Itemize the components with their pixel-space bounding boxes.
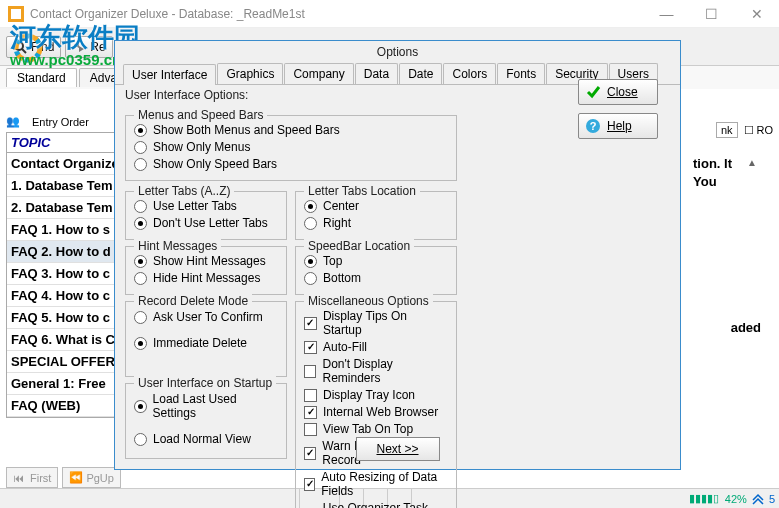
radio-hide-hint[interactable]: Hide Hint Messages (134, 271, 278, 285)
check-task-list[interactable]: Use Organizer Task List (304, 501, 448, 508)
legend-misc: Miscellaneous Options (304, 294, 433, 308)
radio-top[interactable]: Top (304, 254, 448, 268)
minimize-button[interactable]: — (644, 0, 689, 28)
check-tray-icon[interactable]: Display Tray Icon (304, 388, 448, 402)
tab-standard[interactable]: Standard (6, 68, 77, 87)
tab-colors[interactable]: Colors (443, 63, 496, 84)
legend-letter-loc: Letter Tabs Location (304, 184, 420, 198)
check-icon (585, 84, 601, 100)
entry-order-label: Entry Order (32, 116, 89, 128)
radio-show-hint[interactable]: Show Hint Messages (134, 254, 278, 268)
window-titlebar: Contact Organizer Deluxe - Database: _Re… (0, 0, 779, 28)
check-tips-startup[interactable]: Display Tips On Startup (304, 309, 448, 337)
tab-company[interactable]: Company (284, 63, 353, 84)
help-dialog-button[interactable]: ? Help (578, 113, 658, 139)
fieldset-speedbar-loc: SpeedBar Location Top Bottom (295, 246, 457, 295)
nk-label: nk (716, 122, 738, 138)
window-title: Contact Organizer Deluxe - Database: _Re… (30, 7, 305, 21)
pgup-icon: ⏪ (69, 471, 83, 484)
dialog-title: Options (115, 41, 680, 63)
radio-use-letter-tabs[interactable]: Use Letter Tabs (134, 199, 278, 213)
tab-date[interactable]: Date (399, 63, 442, 84)
pgup-button[interactable]: ⏪ PgUp (62, 467, 121, 488)
first-icon: ⏮ (13, 472, 27, 484)
radio-immediate-delete[interactable]: Immediate Delete (134, 336, 278, 350)
tab-user-interface[interactable]: User Interface (123, 64, 216, 85)
maximize-button[interactable]: ☐ (689, 0, 734, 28)
scroll-up-icon[interactable]: ▲ (747, 157, 761, 168)
check-dont-reminders[interactable]: Don't Display Reminders (304, 357, 448, 385)
radio-ask-confirm[interactable]: Ask User To Confirm (134, 310, 278, 324)
tab-data[interactable]: Data (355, 63, 398, 84)
expand-icon[interactable] (751, 492, 765, 506)
legend-delete: Record Delete Mode (134, 294, 252, 308)
battery-icon: ▮▮▮▮▯ (689, 492, 719, 505)
fieldset-letter-tabs: Letter Tabs (A..Z) Use Letter Tabs Don't… (125, 191, 287, 240)
radio-dont-use-letter-tabs[interactable]: Don't Use Letter Tabs (134, 216, 278, 230)
svg-rect-1 (11, 9, 21, 19)
check-internal-browser[interactable]: Internal Web Browser (304, 405, 448, 419)
options-dialog: Options User Interface Graphics Company … (114, 40, 681, 470)
app-icon (8, 6, 24, 22)
radio-right[interactable]: Right (304, 216, 448, 230)
tab-fonts[interactable]: Fonts (497, 63, 545, 84)
radio-show-speedbars[interactable]: Show Only Speed Bars (134, 157, 448, 171)
fieldset-menus: Menus and Speed Bars Show Both Menus and… (125, 115, 457, 181)
close-dialog-button[interactable]: Close (578, 79, 658, 105)
legend-startup: User Interface on Startup (134, 376, 276, 390)
nk-control: nk ☐ RO (716, 122, 773, 138)
fieldset-hint: Hint Messages Show Hint Messages Hide Hi… (125, 246, 287, 295)
size-indicator: 5 (769, 493, 775, 505)
svg-text:?: ? (590, 120, 597, 132)
check-auto-resize[interactable]: Auto Resizing of Data Fields (304, 470, 448, 498)
legend-menus: Menus and Speed Bars (134, 108, 267, 122)
fieldset-misc: Miscellaneous Options Display Tips On St… (295, 301, 457, 508)
content-snippet-2: aded (731, 320, 761, 335)
check-view-tab-top[interactable]: View Tab On Top (304, 422, 448, 436)
check-autofill[interactable]: Auto-Fill (304, 340, 448, 354)
radio-bottom[interactable]: Bottom (304, 271, 448, 285)
replace-button[interactable]: Re (65, 36, 112, 58)
radio-show-both[interactable]: Show Both Menus and Speed Bars (134, 123, 448, 137)
ro-label: RO (757, 124, 774, 136)
replace-icon (72, 40, 86, 54)
first-button[interactable]: ⏮ First (6, 467, 58, 488)
record-nav-bar: ⏮ First ⏪ PgUp (6, 467, 125, 488)
radio-load-normal[interactable]: Load Normal View (134, 432, 278, 446)
fieldset-letter-loc: Letter Tabs Location Center Right (295, 191, 457, 240)
help-icon: ? (585, 118, 601, 134)
legend-hint: Hint Messages (134, 239, 221, 253)
legend-speedbar-loc: SpeedBar Location (304, 239, 414, 253)
radio-center[interactable]: Center (304, 199, 448, 213)
battery-percent: 42% (725, 493, 747, 505)
legend-letter-tabs: Letter Tabs (A..Z) (134, 184, 234, 198)
radio-show-menus[interactable]: Show Only Menus (134, 140, 448, 154)
fieldset-startup: User Interface on Startup Load Last Used… (125, 383, 287, 459)
close-button[interactable]: ✕ (734, 0, 779, 28)
people-icon: 👥 (6, 115, 28, 128)
next-button[interactable]: Next >> (355, 437, 439, 461)
radio-load-last[interactable]: Load Last Used Settings (134, 392, 278, 420)
fieldset-delete-mode: Record Delete Mode Ask User To Confirm I… (125, 301, 287, 377)
site-logo (8, 28, 48, 68)
tab-graphics[interactable]: Graphics (217, 63, 283, 84)
